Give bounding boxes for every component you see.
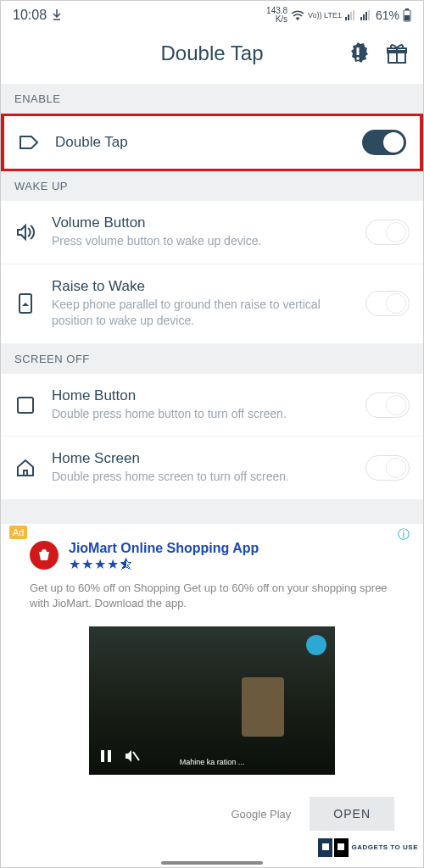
row-double-tap[interactable]: Double Tap <box>1 114 423 171</box>
svg-rect-25 <box>338 843 344 850</box>
app-header: Double Tap <box>1 26 423 84</box>
battery-icon <box>403 8 411 22</box>
row-desc: Press volume button to wake up device. <box>52 233 350 250</box>
row-desc: Keep phone parallel to ground then raise… <box>52 297 350 330</box>
tag-icon <box>18 134 40 151</box>
row-home-screen[interactable]: Home Screen Double press home screen to … <box>1 437 423 500</box>
row-title: Double Tap <box>55 134 347 151</box>
svg-rect-24 <box>322 843 329 850</box>
toggle-home-button[interactable] <box>365 392 410 418</box>
row-title: Home Screen <box>52 450 350 467</box>
page-title: Double Tap <box>161 42 264 65</box>
svg-rect-11 <box>404 15 410 20</box>
watermark-text: GADGETS TO USE <box>352 844 418 851</box>
section-gap <box>1 500 423 524</box>
ad-app-icon[interactable] <box>30 541 59 570</box>
ad-open-button[interactable]: OPEN <box>310 797 394 831</box>
svg-rect-1 <box>345 17 347 20</box>
home-icon <box>14 459 36 477</box>
watermark: GADGETS TO USE <box>318 833 418 862</box>
alert-badge-icon[interactable] <box>345 41 371 66</box>
toggle-double-tap[interactable] <box>362 130 406 155</box>
ad-info-icon[interactable]: ⓘ <box>398 527 410 542</box>
svg-rect-7 <box>365 12 367 20</box>
ad-title[interactable]: JioMart Online Shopping App <box>69 541 394 556</box>
section-enable: ENABLE <box>1 84 423 114</box>
status-battery-pct: 61% <box>376 8 399 22</box>
section-screen-off: SCREEN OFF <box>1 344 423 374</box>
ad-description: Get up to 60% off on Shopping Get up to … <box>4 577 420 621</box>
svg-line-21 <box>133 752 139 760</box>
svg-rect-10 <box>405 8 409 10</box>
wifi-icon <box>291 10 304 20</box>
gift-icon[interactable] <box>386 42 408 64</box>
svg-rect-8 <box>368 10 370 20</box>
pause-icon[interactable] <box>99 749 113 766</box>
mute-icon[interactable] <box>125 749 140 766</box>
ad-badge: Ad <box>9 526 27 539</box>
svg-rect-2 <box>348 14 349 20</box>
download-icon <box>52 9 62 21</box>
status-speed: 143.8K/s <box>266 7 287 24</box>
ad-video-player[interactable]: Mahine ka ration ... <box>89 626 335 775</box>
svg-rect-20 <box>108 750 111 762</box>
row-desc: Double press home screen to turn off scr… <box>52 469 350 486</box>
ad-card: Ad ⓘ JioMart Online Shopping App ★★★★⯪ G… <box>1 524 423 839</box>
row-desc: Double press home button to turn off scr… <box>52 406 350 423</box>
row-raise-to-wake[interactable]: Raise to Wake Keep phone parallel to gro… <box>1 264 423 344</box>
volume-icon <box>14 223 36 242</box>
signal-icon <box>345 10 357 20</box>
row-home-button[interactable]: Home Button Double press home button to … <box>1 374 423 437</box>
section-wake-up: WAKE UP <box>1 171 423 201</box>
status-time: 10:08 <box>13 8 47 23</box>
svg-point-0 <box>297 19 298 20</box>
toggle-volume-button[interactable] <box>365 220 410 245</box>
row-title: Volume Button <box>52 214 350 231</box>
svg-rect-19 <box>101 750 104 762</box>
row-volume-button[interactable]: Volume Button Press volume button to wak… <box>1 201 423 264</box>
svg-rect-12 <box>357 47 360 55</box>
phone-raise-icon <box>14 292 36 314</box>
status-bar: 10:08 143.8K/s Vo)) LTE1 61% <box>1 1 423 26</box>
svg-point-13 <box>356 57 360 60</box>
nav-handle[interactable] <box>161 861 263 865</box>
row-title: Home Button <box>52 387 350 404</box>
ad-rating-stars: ★★★★⯪ <box>69 556 394 572</box>
square-icon <box>14 396 36 415</box>
svg-rect-3 <box>350 12 352 20</box>
row-title: Raise to Wake <box>52 278 350 295</box>
svg-rect-5 <box>360 17 362 20</box>
toggle-home-screen[interactable] <box>365 455 410 481</box>
watermark-logo-icon <box>318 833 350 862</box>
svg-rect-4 <box>353 10 354 20</box>
svg-rect-18 <box>18 398 33 413</box>
signal-icon-2 <box>360 10 372 20</box>
toggle-raise-to-wake[interactable] <box>365 291 410 316</box>
status-network: Vo)) LTE1 <box>308 11 342 19</box>
svg-rect-6 <box>363 14 365 20</box>
ad-video-caption: Mahine ka ration ... <box>180 758 245 766</box>
ad-source: Google Play <box>231 808 291 821</box>
